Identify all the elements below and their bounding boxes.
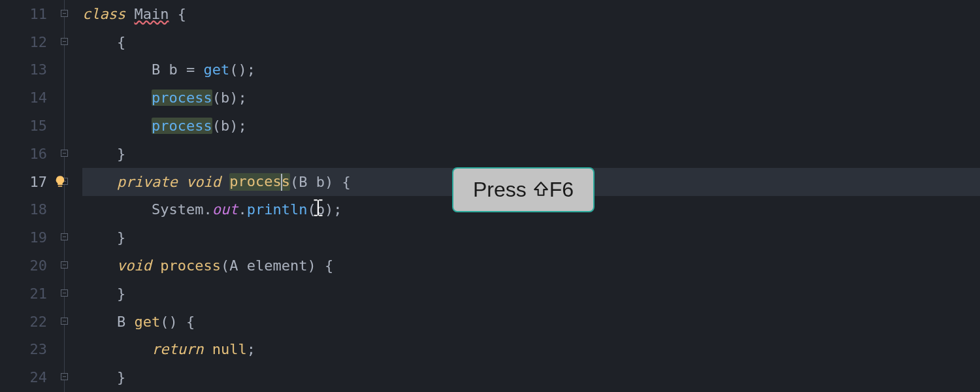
- shift-key-icon: [532, 180, 549, 198]
- shortcut-hint-popup: Press F6: [452, 167, 595, 212]
- fold-column: [59, 0, 82, 392]
- code-line[interactable]: }: [82, 223, 980, 252]
- fold-toggle-icon[interactable]: [61, 261, 68, 269]
- line-number-gutter: 11 12 13 14 15 16 17 18 19 20 21 22 23 2…: [0, 0, 59, 392]
- fold-toggle-icon[interactable]: [61, 373, 68, 380]
- line-number: 13: [0, 56, 47, 84]
- line-number: 21: [0, 280, 47, 308]
- line-number: 22: [0, 308, 47, 336]
- line-number: 15: [0, 112, 47, 140]
- class-name: Main: [134, 6, 169, 22]
- code-line[interactable]: }: [82, 140, 980, 168]
- fold-toggle-icon[interactable]: [61, 150, 68, 157]
- code-line[interactable]: {: [82, 28, 980, 56]
- line-number: 11: [0, 0, 47, 28]
- fold-toggle-icon[interactable]: [61, 289, 68, 297]
- line-number: 24: [0, 363, 47, 391]
- line-number: 23: [0, 336, 47, 364]
- code-line[interactable]: }: [82, 363, 980, 391]
- line-number: 18: [0, 196, 47, 224]
- code-line[interactable]: process(b);: [82, 84, 980, 112]
- fold-toggle-icon[interactable]: [61, 38, 68, 45]
- svg-rect-0: [58, 186, 62, 187]
- code-line[interactable]: return null;: [82, 336, 980, 364]
- code-line[interactable]: class Main {: [82, 0, 980, 28]
- fold-toggle-icon[interactable]: [61, 10, 68, 17]
- hint-prefix: Press: [473, 178, 532, 201]
- line-number: 19: [0, 223, 47, 252]
- line-number: 16: [0, 140, 47, 168]
- symbol-usage: process: [152, 90, 212, 106]
- line-number: 12: [0, 28, 47, 56]
- symbol-declaration: process: [229, 173, 290, 191]
- code-line[interactable]: B b = get();: [82, 56, 980, 84]
- line-number: 20: [0, 252, 47, 280]
- code-line[interactable]: void process(A element) {: [82, 252, 980, 280]
- line-number: 17: [0, 168, 47, 196]
- lightbulb-icon[interactable]: [54, 175, 67, 188]
- fold-toggle-icon[interactable]: [61, 318, 68, 325]
- code-line[interactable]: }: [82, 280, 980, 308]
- symbol-usage: process: [152, 118, 212, 134]
- hint-key: F6: [549, 178, 574, 201]
- line-number: 14: [0, 84, 47, 112]
- code-line[interactable]: process(b);: [82, 112, 980, 140]
- fold-toggle-icon[interactable]: [61, 233, 68, 240]
- code-line[interactable]: B get() {: [82, 308, 980, 336]
